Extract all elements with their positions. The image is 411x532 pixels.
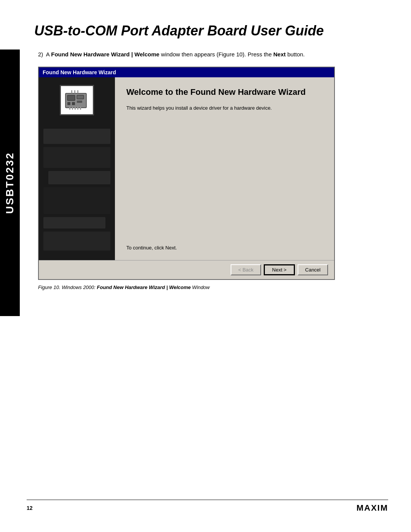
left-panel-decorations <box>39 123 115 260</box>
next-button[interactable]: Next > <box>264 265 295 275</box>
step-instruction: 2) A Found New Hardware Wizard | Welcome… <box>38 50 388 59</box>
dialog-body: Welcome to the Found New Hardware Wizard… <box>39 77 334 260</box>
svg-rect-4 <box>72 102 75 105</box>
svg-rect-11 <box>71 90 72 93</box>
svg-rect-2 <box>77 95 84 99</box>
step-text-part3: button. <box>286 51 305 58</box>
dialog-title-text: Found New Hardware Wizard <box>43 69 116 75</box>
svg-rect-1 <box>67 95 75 101</box>
dialog-button-row: < Back Next > Cancel <box>39 260 334 279</box>
main-content: USB-to-COM Port Adapter Board User Guide… <box>27 0 411 328</box>
svg-rect-9 <box>77 107 78 110</box>
decor-shape-4 <box>43 187 110 214</box>
hardware-icon <box>64 88 90 112</box>
dialog-left-panel <box>39 77 115 260</box>
page-title: USB-to-COM Port Adapter Board User Guide <box>34 23 388 39</box>
sidebar-label: USBT0232 <box>0 50 20 316</box>
hardware-icon-box <box>60 85 94 115</box>
svg-rect-6 <box>69 107 70 110</box>
dialog-window: Found New Hardware Wizard <box>38 67 335 280</box>
dialog-titlebar: Found New Hardware Wizard <box>39 67 334 77</box>
page-number: 12 <box>27 505 33 511</box>
brand-logo: MAXIM <box>357 503 388 513</box>
decor-shape-5 <box>43 217 105 228</box>
decor-shape-3 <box>48 171 110 184</box>
step-next-bold: Next <box>273 51 286 58</box>
sidebar-text: USBT0232 <box>4 152 16 214</box>
svg-rect-13 <box>77 90 78 93</box>
dialog-main-title: Welcome to the Found New Hardware Wizard <box>126 87 323 98</box>
step-text-part2: window then appears (Figure 10). Press t… <box>159 51 273 58</box>
figure-caption: Figure 10. Windows 2000: Found New Hardw… <box>38 284 388 290</box>
svg-rect-10 <box>80 107 81 110</box>
svg-rect-12 <box>74 90 75 93</box>
step-bold-text: Found New Hardware Wizard | Welcome <box>51 51 159 58</box>
decor-shape-1 <box>43 129 110 144</box>
back-button[interactable]: < Back <box>231 264 261 275</box>
svg-rect-8 <box>75 107 76 110</box>
svg-rect-5 <box>77 101 82 103</box>
figure-caption-bold: Found New Hardware Wizard | Welcome <box>97 284 191 290</box>
dialog-description: This wizard helps you install a device d… <box>126 104 323 112</box>
decor-shape-6 <box>43 232 110 251</box>
step-text-part1: A <box>46 51 51 58</box>
cancel-button[interactable]: Cancel <box>298 264 328 275</box>
step-number: 2) <box>38 51 43 58</box>
decor-shape-2 <box>43 147 110 168</box>
figure-caption-suffix: Window <box>191 284 210 290</box>
page-footer: 12 MAXIM <box>27 500 388 513</box>
svg-rect-7 <box>72 107 73 110</box>
dialog-right-panel: Welcome to the Found New Hardware Wizard… <box>115 77 334 260</box>
dialog-continue-text: To continue, click Next. <box>126 237 323 251</box>
svg-rect-3 <box>67 102 70 105</box>
figure-caption-prefix: Figure 10. Windows 2000: <box>38 284 97 290</box>
